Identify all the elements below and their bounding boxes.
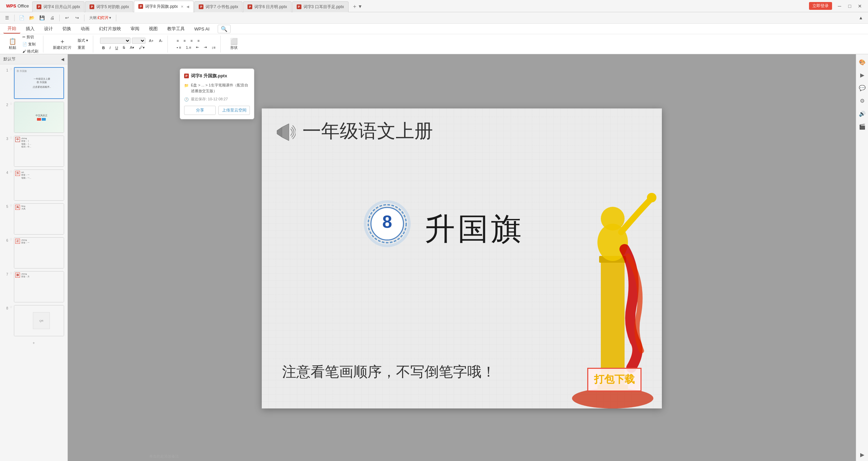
new-slide-button[interactable]: ＋ 新建幻灯片 [50, 37, 74, 51]
new-tab-button[interactable]: ＋ ▾ [349, 1, 364, 12]
ribbon-tab-review[interactable]: 审阅 [126, 24, 143, 33]
separator [14, 15, 15, 21]
tab-3-pin[interactable]: ◀ [186, 5, 189, 8]
bullet-list[interactable]: • ≡ [175, 44, 183, 50]
cut-button[interactable]: ✂ 剪切 [20, 34, 40, 40]
ribbon-search[interactable]: 🔍 [218, 25, 231, 33]
font-color-button[interactable]: A▾ [128, 45, 136, 51]
slide-star-1[interactable]: ☆ [9, 67, 13, 71]
slide-add-note[interactable]: 单击此处添加备注 [149, 454, 179, 459]
save-button[interactable]: 💾 [38, 14, 46, 22]
tab-1[interactable]: P 词字4 日月山川.pptx [32, 1, 84, 12]
ribbon-tab-wpsai[interactable]: WPS AI [190, 25, 214, 33]
panel-collapse-btn[interactable]: ◀ [61, 57, 64, 62]
ribbon-tab-view[interactable]: 视图 [145, 24, 162, 33]
ribbon-tab-transitions[interactable]: 切换 [58, 24, 75, 33]
tab-6[interactable]: P 词字3 口耳目手足.pptx [292, 1, 349, 12]
slide-item-6: 6 ☆ 正 zhèng部首：一 [2, 237, 65, 268]
slide-reset-button[interactable]: 重置 [76, 44, 90, 51]
tab-3-close[interactable]: ✕ [180, 4, 184, 9]
slide-ops-group: 版式 ▾ 重置 [76, 37, 90, 51]
ribbon-tab-teaching[interactable]: 教学工具 [163, 24, 189, 33]
slide-thumb-4[interactable]: 升 wū部首：一笔顺：一... [14, 169, 64, 201]
ribbon-tab-animations[interactable]: 动画 [77, 24, 94, 33]
minimize-button[interactable]: ─ [835, 1, 844, 11]
indent-dec[interactable]: ⇤ [194, 44, 201, 50]
shapes-button[interactable]: ⬜ 形状 [228, 37, 240, 51]
svg-marker-0 [277, 127, 282, 137]
slide-star-6[interactable]: ☆ [9, 237, 13, 241]
font-size-dec[interactable]: A- [157, 38, 165, 43]
highlight-button[interactable]: 🖊▾ [137, 45, 147, 51]
slide-star-7[interactable]: ☆ [9, 271, 13, 275]
slide-thumb-1[interactable]: ⑧ 升国旗 一年级语文上册⑧ 升国旗 注意看笔画顺序... [14, 67, 64, 99]
indent-inc[interactable]: ⇥ [202, 44, 209, 50]
slide-star-8[interactable]: ☆ [9, 305, 13, 309]
canvas-area: P 词字8 升国旗.pptx 📁 E盘 > ... > 1生字笔顺课件（配音自述… [68, 54, 856, 461]
share-button[interactable]: 分享 [184, 106, 216, 115]
slide-star-5[interactable]: ☆ [9, 203, 13, 207]
open-file-button[interactable]: 📂 [27, 14, 36, 22]
align-right[interactable]: ≡ [189, 38, 195, 43]
copy-button[interactable]: 📄 复制 [20, 41, 40, 47]
download-stamp[interactable]: 打包下载 [587, 368, 642, 392]
upload-to-cloud-button[interactable]: 上传至云空间 [218, 106, 250, 115]
print-button[interactable]: 🖨 [48, 14, 57, 22]
right-sidebar-btn-1[interactable]: 🎨 [857, 57, 867, 67]
ribbon-tab-design[interactable]: 设计 [40, 24, 57, 33]
format-brush-button[interactable]: 🖌 格式刷 [20, 48, 40, 55]
align-justify[interactable]: ≡ [195, 38, 201, 43]
svg-point-11 [647, 193, 656, 202]
numbered-list[interactable]: 1.≡ [184, 44, 193, 50]
ribbon-tab-start[interactable]: 开始 [3, 24, 20, 34]
bold-button[interactable]: B [100, 45, 107, 51]
right-sidebar-btn-4[interactable]: ⚙ [857, 96, 867, 106]
slide-star-3[interactable]: ☆ [9, 136, 13, 139]
right-sidebar-btn-2[interactable]: ▶ [857, 70, 867, 80]
undo-button[interactable]: ↩ [62, 14, 71, 22]
font-family-select[interactable] [100, 38, 131, 44]
font-size-inc[interactable]: A+ [147, 38, 156, 43]
right-sidebar-btn-5[interactable]: 🔊 [857, 108, 867, 119]
slide-thumb-6[interactable]: 正 zhèng部首：一 [14, 237, 64, 268]
slide-thumb-5[interactable]: 风 fēng大风 [14, 203, 64, 235]
view-toggle[interactable]: 大纲 幻灯片 ▾ [87, 15, 113, 21]
slide-item-5: 5 ☆ 风 fēng大风 [2, 203, 65, 235]
font-group: A+ A- B I U S̶ A▾ 🖊▾ [97, 36, 168, 53]
slide-thumb-3[interactable]: 中 zhōng部首：丨笔顺：丨...组词：中... [14, 136, 64, 167]
panel-header: 默认节 ◀ [0, 54, 67, 64]
slide-star-2[interactable]: ☆ [9, 102, 13, 105]
ribbon-tab-insert[interactable]: 插入 [22, 24, 39, 33]
slide-group: ＋ 新建幻灯片 版式 ▾ 重置 [47, 36, 93, 53]
menu-button[interactable]: ☰ [3, 14, 12, 22]
align-center[interactable]: ≡ [181, 38, 188, 43]
ribbon-tab-slideshow[interactable]: 幻灯片放映 [95, 24, 125, 33]
tab-4[interactable]: P 词字7 小书包.pptx [194, 1, 242, 12]
right-sidebar-btn-6[interactable]: 🎬 [857, 121, 867, 132]
slide-thumb-2[interactable]: 中五风呈正 [14, 102, 64, 133]
strikethrough-button[interactable]: S̶ [121, 45, 127, 51]
register-button[interactable]: 立即登录 [809, 2, 832, 10]
new-file-button[interactable]: 📄 [17, 14, 26, 22]
collapse-ribbon-button[interactable]: ▲ [856, 14, 865, 22]
redo-button[interactable]: ↪ [73, 14, 81, 22]
tab-3[interactable]: P 词字8 升国旗.pptx ✕ ◀ [134, 1, 194, 12]
add-slide-button[interactable]: ＋ [2, 339, 65, 347]
slide-preview-3: 中 zhōng部首：丨笔顺：丨...组词：中... [14, 136, 64, 166]
slide-thumb-8[interactable]: QR [14, 305, 64, 336]
right-sidebar-btn-3[interactable]: 💬 [857, 83, 867, 93]
slide-star-4[interactable]: ☆ [9, 169, 13, 173]
italic-button[interactable]: I [107, 45, 113, 51]
tab-5[interactable]: P 词字6 日月明.pptx [243, 1, 291, 12]
font-size-select[interactable] [132, 38, 145, 44]
paste-button[interactable]: 📋 粘贴 [6, 37, 19, 51]
collapse-sidebar-btn[interactable]: ▶ [857, 449, 867, 460]
tab-2[interactable]: P 词字5 对韵歌.pptx [85, 1, 133, 12]
maximize-button[interactable]: □ [845, 1, 854, 11]
slide-thumb-7[interactable]: 旗 zhèng部首：方 [14, 271, 64, 302]
underline-button[interactable]: U [113, 45, 120, 51]
align-left[interactable]: ≡ [175, 38, 181, 43]
slide-layout-button[interactable]: 版式 ▾ [76, 37, 90, 44]
close-button[interactable]: ✕ [855, 1, 865, 11]
line-spacing[interactable]: ↕≡ [210, 44, 218, 50]
